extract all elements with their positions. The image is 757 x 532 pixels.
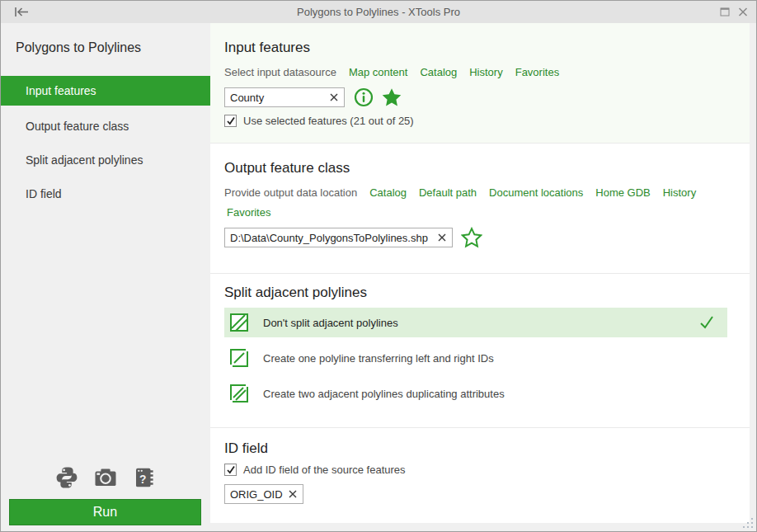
input-datasource-value[interactable] [230,92,324,104]
collapse-left-icon[interactable] [12,5,31,19]
section-nav: Input features Output feature class Spli… [1,76,210,211]
sidebar-item-label: Output feature class [26,120,129,133]
output-path-actions [461,227,482,248]
dont-split-icon [228,312,250,333]
section-title: Split adjacent polylines [224,274,750,301]
option-label: Don't split adjacent polylines [263,317,698,329]
output-path-row [224,227,750,248]
use-selected-features-checkbox[interactable] [224,115,237,127]
selected-check-icon [698,313,716,332]
sidebar-item-output-feature-class[interactable]: Output feature class [1,110,210,144]
use-selected-features-row: Use selected features (21 out of 25) [224,115,750,127]
input-datasource-field[interactable] [224,87,345,107]
clear-icon[interactable] [327,91,341,104]
output-location-links-row: Provide output data location Catalog Def… [224,186,750,199]
section-input-features: Input features Select input datasource M… [210,23,750,143]
link-default-path[interactable]: Default path [419,186,477,199]
section-id-field: ID field Add ID field of the source feat… [210,427,750,523]
xtools-dialog-window: Polygons to Polylines - XTools Pro Polyg… [0,0,757,532]
sidebar-footer-icons: ? [1,465,210,490]
favorite-star-outline-icon[interactable] [461,227,482,248]
output-path-value[interactable] [230,232,432,244]
maximize-icon[interactable] [718,6,731,18]
resize-grip[interactable] [742,517,754,529]
clear-icon[interactable] [435,231,449,244]
section-title: ID field [224,428,750,457]
sidebar-item-split-adjacent-polylines[interactable]: Split adjacent polylines [1,144,210,177]
datasource-links-row: Select input datasource Map content Cata… [224,66,750,78]
sidebar-item-label: Split adjacent polylines [26,153,143,167]
option-dont-split[interactable]: Don't split adjacent polylines [224,308,727,337]
link-home-gdb[interactable]: Home GDB [595,186,650,199]
link-favorites[interactable]: Favorites [515,66,559,78]
two-polylines-icon [228,383,250,404]
link-map-content[interactable]: Map content [349,66,408,78]
output-path-field[interactable] [224,228,453,247]
output-location-label: Provide output data location [224,186,357,199]
link-history[interactable]: History [663,186,696,199]
id-field-row [224,484,750,504]
clear-icon[interactable] [286,487,299,501]
camera-icon[interactable] [93,465,118,490]
option-label: Create one polyline transferring left an… [263,352,727,365]
section-title: Output feature class [224,144,750,177]
close-icon[interactable] [736,6,750,18]
input-datasource-row [224,87,750,108]
link-favorites[interactable]: Favorites [227,206,270,219]
python-icon[interactable] [54,465,79,490]
tool-title: Polygons to Polylines [1,23,210,55]
add-id-field-row: Add ID field of the source features [224,464,750,476]
link-history[interactable]: History [469,66,502,78]
add-id-field-label: Add ID field of the source features [243,464,406,476]
option-two-polylines[interactable]: Create two adjacent polylines duplicatin… [224,379,727,408]
help-icon[interactable]: ? [132,465,157,490]
input-datasource-actions [353,87,402,108]
favorite-star-icon[interactable] [381,87,402,108]
sidebar-item-label: Input features [26,84,96,97]
section-title: Input features [224,23,750,56]
link-catalog[interactable]: Catalog [369,186,407,199]
add-id-field-checkbox[interactable] [224,464,237,476]
sidebar-item-id-field[interactable]: ID field [1,177,210,211]
run-button[interactable]: Run [9,499,201,525]
datasource-label: Select input datasource [224,66,336,78]
info-icon[interactable] [353,87,374,108]
section-output-feature-class: Output feature class Provide output data… [210,143,750,273]
sidebar: Polygons to Polylines Input features Out… [1,23,210,531]
option-label: Create two adjacent polylines duplicatin… [263,388,727,400]
use-selected-features-label: Use selected features (21 out of 25) [243,115,414,127]
id-field-name-field[interactable] [224,484,303,504]
titlebar: Polygons to Polylines - XTools Pro [1,1,756,23]
link-catalog[interactable]: Catalog [420,66,457,78]
sidebar-item-input-features[interactable]: Input features [1,76,210,106]
window-title: Polygons to Polylines - XTools Pro [1,6,756,18]
one-polyline-icon [228,347,250,369]
section-split-adjacent-polylines: Split adjacent polylines Don't split adj… [210,273,750,427]
svg-text:?: ? [139,473,146,486]
split-options-list: Don't split adjacent polylines [224,308,750,408]
sidebar-item-label: ID field [26,187,62,200]
link-document-locations[interactable]: Document locations [489,186,583,199]
id-field-name-value[interactable] [230,488,283,501]
output-location-links-row2: Favorites [224,206,750,219]
option-one-polyline[interactable]: Create one polyline transferring left an… [224,343,727,373]
main-panel: Input features Select input datasource M… [210,23,750,523]
